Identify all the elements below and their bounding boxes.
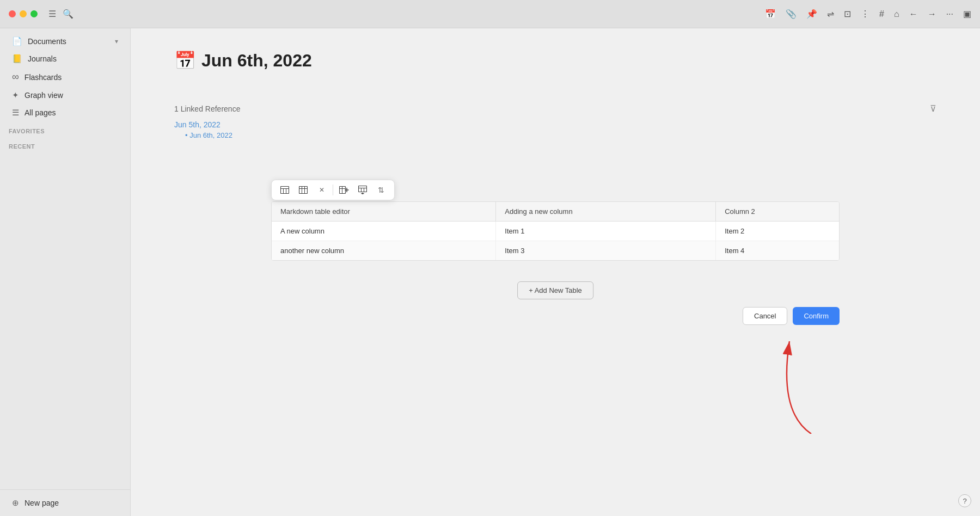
table-cell-1-1[interactable]: Item 3 xyxy=(496,241,716,261)
page-emoji: 📅 xyxy=(174,50,196,71)
table-header-2: Column 2 xyxy=(716,202,839,222)
sidebar-label-graph: Graph view xyxy=(24,91,63,100)
merge-icon[interactable]: ⇌ xyxy=(827,9,834,19)
md-table-wrapper: Markdown table editor Adding a new colum… xyxy=(271,201,840,261)
sidebar-label-journals: Journals xyxy=(28,54,57,63)
sidebar-item-documents[interactable]: 📄 Documents ▾ xyxy=(3,33,127,50)
toolbar-add-row-icon[interactable] xyxy=(354,182,371,198)
documents-icon: 📄 xyxy=(12,36,22,46)
svg-rect-0 xyxy=(281,187,289,194)
filter-icon[interactable]: ⊽ xyxy=(930,103,936,114)
flashcards-icon: ∞ xyxy=(12,71,19,83)
toolbar-sort-icon[interactable]: ⇅ xyxy=(372,182,390,198)
new-page-label: New page xyxy=(24,499,59,507)
confirm-button[interactable]: Confirm xyxy=(793,307,840,325)
table-toolbar: ✕ xyxy=(271,180,395,200)
menu-icon[interactable]: ☰ xyxy=(48,9,56,19)
linked-ref-title: 1 Linked Reference xyxy=(174,105,240,113)
home-icon[interactable]: ⌂ xyxy=(894,9,899,19)
chevron-down-icon: ▾ xyxy=(115,38,118,45)
table-cell-0-1[interactable]: Item 1 xyxy=(496,222,716,241)
toolbar-table-col-icon[interactable] xyxy=(295,182,312,198)
table-cell-1-0[interactable]: another new column xyxy=(272,241,496,261)
sidebar-item-graph-view[interactable]: ✦ Graph view xyxy=(3,87,127,104)
all-pages-icon: ☰ xyxy=(12,108,19,118)
help-button[interactable]: ? xyxy=(958,494,971,507)
maximize-button[interactable] xyxy=(30,10,38,17)
sidebar-item-journals[interactable]: 📒 Journals xyxy=(3,50,127,67)
sidebar: 📄 Documents ▾ 📒 Journals ∞ Flashcards ✦ … xyxy=(0,28,131,516)
table-row: another new column Item 3 Item 4 xyxy=(272,241,839,261)
journals-icon: 📒 xyxy=(12,54,22,64)
toolbar-table-icon[interactable] xyxy=(276,182,293,198)
recent-label: RECENT xyxy=(0,137,130,152)
forward-icon[interactable]: → xyxy=(928,9,936,19)
linked-ref-header: 1 Linked Reference ⊽ xyxy=(174,103,936,114)
bullet-icon: • xyxy=(185,131,189,139)
minimize-button[interactable] xyxy=(20,10,27,17)
sidebar-label-all-pages: All pages xyxy=(24,108,56,117)
new-page-button[interactable]: ⊕ New page xyxy=(3,494,127,512)
svg-rect-4 xyxy=(299,187,308,194)
ellipsis-icon[interactable]: ··· xyxy=(946,9,953,19)
back-icon[interactable]: ← xyxy=(909,9,918,19)
hash-icon[interactable]: # xyxy=(879,9,884,19)
linked-ref-link-jun5[interactable]: Jun 5th, 2022 xyxy=(174,120,936,129)
traffic-lights xyxy=(9,10,38,17)
table-cell-0-2[interactable]: Item 2 xyxy=(716,222,839,241)
arrow-annotation xyxy=(735,325,855,434)
sidebar-label-documents: Documents xyxy=(28,37,66,46)
md-table: Markdown table editor Adding a new colum… xyxy=(272,202,839,260)
cancel-button[interactable]: Cancel xyxy=(743,307,787,325)
titlebar: ☰ 🔍 📅 📎 📌 ⇌ ⊡ ⋮ # ⌂ ← → ··· ▣ xyxy=(0,0,980,28)
titlebar-right: 📅 📎 📌 ⇌ ⊡ ⋮ # ⌂ ← → ··· ▣ xyxy=(765,9,971,19)
sidebar-toggle-icon[interactable]: ▣ xyxy=(963,9,971,19)
table-cell-0-0[interactable]: A new column xyxy=(272,222,496,241)
favorites-label: FAVORITES xyxy=(0,121,130,137)
table-row: A new column Item 1 Item 2 xyxy=(272,222,839,241)
add-new-table-button[interactable]: + Add New Table xyxy=(517,281,593,299)
sidebar-bottom: ⊕ New page xyxy=(0,489,130,512)
graph-icon: ✦ xyxy=(12,90,19,100)
expand-icon[interactable]: ⊡ xyxy=(844,9,851,19)
page-title: 📅 Jun 6th, 2022 xyxy=(174,50,936,71)
page-title-text: Jun 6th, 2022 xyxy=(201,51,312,71)
sidebar-label-flashcards: Flashcards xyxy=(24,73,62,82)
titlebar-left: ☰ 🔍 xyxy=(9,9,74,19)
paperclip-icon[interactable]: 📎 xyxy=(786,9,797,19)
pin-icon[interactable]: 📌 xyxy=(806,9,817,19)
linked-reference-section: 1 Linked Reference ⊽ Jun 5th, 2022 • Jun… xyxy=(174,103,936,139)
close-button[interactable] xyxy=(9,10,16,17)
search-icon[interactable]: 🔍 xyxy=(63,9,74,19)
app-body: 📄 Documents ▾ 📒 Journals ∞ Flashcards ✦ … xyxy=(0,28,980,516)
toolbar-add-col-icon[interactable] xyxy=(335,182,353,198)
table-header-0: Markdown table editor xyxy=(272,202,496,222)
sidebar-item-flashcards[interactable]: ∞ Flashcards xyxy=(3,67,127,87)
toolbar-divider-1 xyxy=(333,185,333,195)
calendar-icon[interactable]: 📅 xyxy=(765,9,776,19)
add-icon: ⊕ xyxy=(12,498,19,508)
svg-rect-13 xyxy=(359,186,367,192)
main-content: 📅 Jun 6th, 2022 1 Linked Reference ⊽ Jun… xyxy=(131,28,980,516)
action-buttons: Cancel Confirm xyxy=(743,307,840,325)
table-header-1: Adding a new column xyxy=(496,202,716,222)
table-cell-1-2[interactable]: Item 4 xyxy=(716,241,839,261)
toolbar-delete-icon[interactable]: ✕ xyxy=(313,182,330,198)
linked-ref-sublink-jun6[interactable]: • Jun 6th, 2022 xyxy=(174,131,936,139)
sidebar-item-all-pages[interactable]: ☰ All pages xyxy=(3,104,127,121)
more-vertical-icon[interactable]: ⋮ xyxy=(861,9,869,19)
